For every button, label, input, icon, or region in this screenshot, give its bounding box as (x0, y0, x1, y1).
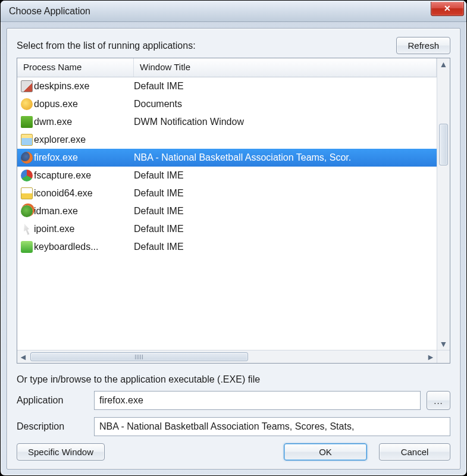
idman-icon (17, 205, 34, 217)
process-name: idman.exe (34, 206, 134, 217)
column-window-title[interactable]: Window Title (134, 58, 437, 77)
window-title-cell: Default IME (134, 206, 437, 217)
dialog-window: Choose Application ✕ Select from the lis… (0, 0, 467, 476)
process-row[interactable]: deskpins.exeDefault IME (17, 77, 437, 95)
close-icon: ✕ (444, 4, 451, 13)
column-headers[interactable]: Process Name Window Title (17, 58, 437, 77)
process-name: deskpins.exe (34, 81, 134, 92)
instruction-top: Select from the list of running applicat… (17, 40, 196, 51)
cancel-button[interactable]: Cancel (379, 443, 450, 461)
ipoint-icon (17, 223, 34, 235)
window-title-cell: Default IME (134, 188, 437, 199)
bottom-section: Or type in/browse to the application exe… (17, 374, 450, 461)
close-button[interactable]: ✕ (431, 2, 464, 16)
vertical-scroll-thumb[interactable] (439, 124, 448, 165)
dopus-icon (17, 98, 34, 110)
application-input[interactable] (94, 391, 421, 410)
application-label: Application (17, 395, 88, 406)
deskpins-icon (17, 80, 34, 92)
scroll-down-arrow-icon[interactable]: ▼ (437, 338, 450, 350)
application-row: Application ... (17, 391, 450, 410)
explorer-icon (17, 134, 34, 146)
scroll-corner (437, 350, 450, 363)
iconoid-icon (17, 187, 34, 199)
process-name: iconoid64.exe (34, 188, 134, 199)
process-row[interactable]: keyboardleds...Default IME (17, 238, 437, 256)
dwm-icon (17, 116, 34, 128)
top-row: Select from the list of running applicat… (17, 37, 450, 54)
scroll-left-arrow-icon[interactable]: ◄ (17, 350, 29, 363)
window-title-cell: DWM Notification Window (134, 117, 437, 127)
vertical-scroll-track[interactable] (437, 70, 450, 338)
process-name: ipoint.exe (34, 224, 134, 234)
titlebar[interactable]: Choose Application ✕ (1, 1, 466, 22)
process-name: dwm.exe (34, 117, 134, 127)
process-row[interactable]: dopus.exeDocuments (17, 95, 437, 113)
vertical-scrollbar[interactable]: ▲ ▼ (437, 58, 450, 350)
window-title-cell: Documents (134, 99, 437, 109)
ok-button[interactable]: OK (284, 443, 367, 461)
process-name: firefox.exe (34, 152, 134, 163)
description-input[interactable] (94, 417, 450, 436)
process-rows: deskpins.exeDefault IMEdopus.exeDocument… (17, 77, 437, 256)
window-title: Choose Application (9, 6, 431, 17)
process-name: explorer.exe (34, 134, 134, 145)
process-listview[interactable]: Process Name Window Title deskpins.exeDe… (17, 58, 450, 364)
window-title-cell: Default IME (134, 81, 437, 92)
process-row[interactable]: fscapture.exeDefault IME (17, 167, 437, 184)
instruction-bottom: Or type in/browse to the application exe… (17, 374, 450, 385)
description-label: Description (17, 421, 88, 432)
horizontal-scrollbar[interactable]: ◄ ► (17, 350, 450, 363)
client-area: Select from the list of running applicat… (7, 28, 460, 469)
horizontal-scroll-track[interactable] (29, 350, 425, 363)
browse-button[interactable]: ... (427, 391, 450, 410)
process-row[interactable]: firefox.exeNBA - National Basketball Ass… (17, 149, 437, 167)
process-name: keyboardleds... (34, 242, 134, 252)
window-title-cell: NBA - National Basketball Association Te… (134, 152, 437, 163)
process-name: dopus.exe (34, 99, 134, 109)
window-title-cell: Default IME (134, 242, 437, 252)
horizontal-scroll-thumb[interactable] (30, 352, 248, 361)
action-row: Specific Window OK Cancel (17, 443, 450, 461)
process-name: fscapture.exe (34, 170, 134, 181)
process-row[interactable]: explorer.exe (17, 131, 437, 149)
refresh-button[interactable]: Refresh (396, 37, 450, 54)
description-row: Description (17, 417, 450, 436)
firefox-icon (17, 152, 34, 164)
process-row[interactable]: idman.exeDefault IME (17, 202, 437, 220)
process-row[interactable]: dwm.exeDWM Notification Window (17, 113, 437, 131)
window-title-cell: Default IME (134, 224, 437, 234)
fscapture-icon (17, 170, 34, 181)
keyboardleds-icon (17, 241, 34, 253)
scroll-right-arrow-icon[interactable]: ► (425, 350, 437, 363)
window-title-cell: Default IME (134, 170, 437, 181)
process-row[interactable]: iconoid64.exeDefault IME (17, 184, 437, 202)
column-process-name[interactable]: Process Name (17, 58, 134, 77)
scroll-up-arrow-icon[interactable]: ▲ (437, 58, 450, 70)
specific-window-button[interactable]: Specific Window (17, 443, 105, 461)
process-row[interactable]: ipoint.exeDefault IME (17, 220, 437, 238)
